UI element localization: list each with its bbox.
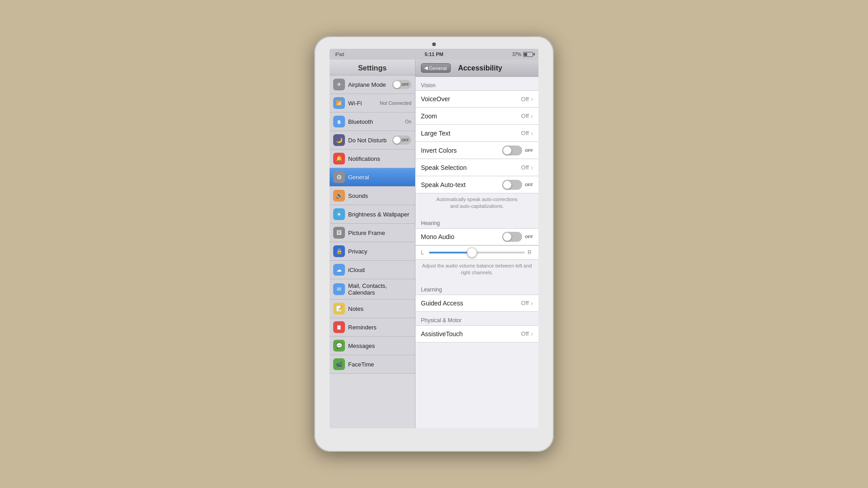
- donotdisturb-icon: 🌙: [333, 134, 345, 146]
- dnd-toggle[interactable]: OFF: [392, 136, 411, 145]
- speak-auto-text-toggle-label: OFF: [525, 183, 533, 187]
- zoom-arrow: ›: [531, 112, 533, 120]
- learning-group: Guided Access Off ›: [415, 295, 538, 312]
- status-right: 37%: [512, 52, 533, 57]
- invert-colors-toggle-group: OFF: [502, 145, 533, 155]
- airplane-toggle[interactable]: OFF: [392, 80, 411, 89]
- sidebar-label-reminders: Reminders: [348, 324, 411, 331]
- toggle-knob: [503, 146, 511, 155]
- toggle-knob: [393, 81, 401, 88]
- sidebar: Settings ✈ Airplane Mode OFF 📶 Wi-Fi Not…: [330, 60, 415, 428]
- toggle-knob: [503, 233, 511, 241]
- privacy-icon: 🔒: [333, 245, 345, 257]
- guided-access-label: Guided Access: [421, 296, 521, 310]
- sidebar-item-brightness[interactable]: ☀ Brightness & Wallpaper: [330, 205, 415, 224]
- row-zoom[interactable]: Zoom Off ›: [415, 108, 538, 125]
- general-icon: ⚙: [333, 171, 345, 183]
- vision-group: VoiceOver Off › Zoom Off › Large Text Of…: [415, 90, 538, 193]
- physical-group: AssistiveTouch Off ›: [415, 325, 538, 343]
- section-physical-motor: Physical & Motor AssistiveTouch Off ›: [415, 312, 538, 343]
- icloud-icon: ☁: [333, 264, 345, 276]
- slider-fill: [429, 252, 472, 253]
- audio-balance-row: L R: [415, 245, 538, 260]
- notes-icon: 📝: [333, 303, 345, 314]
- bluetooth-status: On: [405, 119, 411, 124]
- sidebar-label-messages: Messages: [348, 343, 411, 349]
- sidebar-item-icloud[interactable]: ☁ iCloud: [330, 261, 415, 279]
- mono-audio-label: Mono Audio: [421, 230, 502, 244]
- sidebar-item-sounds[interactable]: 🔊 Sounds: [330, 187, 415, 205]
- battery-fill: [524, 53, 527, 56]
- sidebar-label-facetime: FaceTime: [348, 361, 411, 368]
- sidebar-item-airplane-mode[interactable]: ✈ Airplane Mode OFF: [330, 75, 415, 94]
- hearing-group: Mono Audio OFF L: [415, 228, 538, 260]
- mono-audio-toggle-label: OFF: [525, 235, 533, 239]
- invert-colors-toggle[interactable]: [502, 145, 522, 155]
- status-time: 5:11 PM: [425, 52, 443, 57]
- sidebar-label-sounds: Sounds: [348, 192, 411, 199]
- invert-colors-toggle-label: OFF: [525, 148, 533, 153]
- mono-audio-toggle[interactable]: [502, 232, 522, 242]
- sidebar-item-notes[interactable]: 📝 Notes: [330, 300, 415, 318]
- bluetooth-icon: ʙ: [333, 116, 345, 127]
- back-chevron: ◀: [424, 65, 428, 71]
- speak-selection-arrow: ›: [531, 164, 533, 172]
- row-mono-audio[interactable]: Mono Audio OFF: [415, 228, 538, 245]
- sidebar-item-picture-frame[interactable]: 🖼 Picture Frame: [330, 224, 415, 242]
- speak-auto-text-toggle[interactable]: [502, 180, 522, 190]
- slider-thumb[interactable]: [467, 248, 477, 258]
- sidebar-item-notifications[interactable]: 🔔 Notifications: [330, 150, 415, 168]
- right-panel: ◀ General Accessibility Vision VoiceOver…: [415, 60, 538, 428]
- status-bar: iPad 5:11 PM 37%: [330, 49, 538, 60]
- sidebar-label-bluetooth: Bluetooth: [348, 118, 405, 125]
- sidebar-item-wifi[interactable]: 📶 Wi-Fi Not Connected: [330, 94, 415, 113]
- sidebar-item-reminders[interactable]: 📋 Reminders: [330, 318, 415, 337]
- sidebar-item-bluetooth[interactable]: ʙ Bluetooth On: [330, 113, 415, 131]
- sidebar-item-messages[interactable]: 💬 Messages: [330, 337, 415, 355]
- panel-header: ◀ General Accessibility: [415, 60, 538, 77]
- guided-access-value: Off: [521, 300, 529, 306]
- row-speak-selection[interactable]: Speak Selection Off ›: [415, 159, 538, 176]
- sidebar-label-privacy: Privacy: [348, 248, 411, 255]
- toggle-knob: [393, 136, 401, 144]
- large-text-label: Large Text: [421, 126, 521, 141]
- sidebar-item-facetime[interactable]: 📹 FaceTime: [330, 355, 415, 374]
- main-content: Settings ✈ Airplane Mode OFF 📶 Wi-Fi Not…: [330, 60, 538, 428]
- voiceover-value: Off: [521, 96, 529, 103]
- sidebar-item-general[interactable]: ⚙ General: [330, 168, 415, 187]
- row-assistive-touch[interactable]: AssistiveTouch Off ›: [415, 325, 538, 343]
- sidebar-item-privacy[interactable]: 🔒 Privacy: [330, 242, 415, 261]
- zoom-value: Off: [521, 113, 529, 119]
- mono-audio-toggle-group: OFF: [502, 232, 533, 242]
- section-header-vision: Vision: [415, 77, 538, 90]
- row-voiceover[interactable]: VoiceOver Off ›: [415, 90, 538, 108]
- hearing-hint: Adjust the audio volume balance between …: [415, 260, 538, 281]
- sidebar-item-do-not-disturb[interactable]: 🌙 Do Not Disturb OFF: [330, 131, 415, 150]
- speak-auto-text-toggle-group: OFF: [502, 180, 533, 190]
- ipad-screen: iPad 5:11 PM 37% Settings ✈ Airplane Mod…: [330, 49, 538, 428]
- sidebar-label-brightness: Brightness & Wallpaper: [348, 211, 411, 218]
- back-button[interactable]: ◀ General: [421, 63, 451, 73]
- row-large-text[interactable]: Large Text Off ›: [415, 125, 538, 142]
- sidebar-item-mail[interactable]: ✉ Mail, Contacts, Calendars: [330, 279, 415, 300]
- row-speak-auto-text[interactable]: Speak Auto-text OFF: [415, 176, 538, 193]
- invert-colors-label: Invert Colors: [421, 143, 502, 158]
- large-text-value: Off: [521, 130, 529, 136]
- section-header-physical: Physical & Motor: [415, 312, 538, 325]
- guided-access-arrow: ›: [531, 299, 533, 307]
- sidebar-label-dnd: Do Not Disturb: [348, 137, 392, 144]
- airplane-icon: ✈: [333, 79, 345, 90]
- wifi-icon: 📶: [333, 97, 345, 109]
- sidebar-title: Settings: [330, 60, 415, 75]
- row-invert-colors[interactable]: Invert Colors OFF: [415, 142, 538, 159]
- brightness-icon: ☀: [333, 208, 345, 220]
- messages-icon: 💬: [333, 340, 345, 352]
- slider-track[interactable]: [429, 252, 525, 253]
- sidebar-label-notes: Notes: [348, 305, 411, 312]
- section-header-hearing: Hearing: [415, 215, 538, 228]
- sidebar-label-airplane: Airplane Mode: [348, 81, 392, 88]
- large-text-arrow: ›: [531, 129, 533, 137]
- row-guided-access[interactable]: Guided Access Off ›: [415, 295, 538, 312]
- sidebar-label-pictureframe: Picture Frame: [348, 230, 411, 236]
- slider-right-label: R: [528, 249, 533, 256]
